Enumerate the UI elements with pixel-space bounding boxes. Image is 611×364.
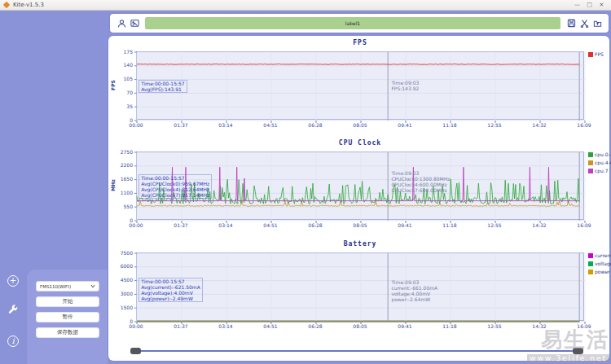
charts-panel: FPS FPS FPS Time:00:00-15:57 Avg(FPS):14…	[108, 36, 609, 361]
x-tick-label: 00:00	[129, 122, 143, 128]
x-tick-label: 14:32	[532, 122, 546, 128]
y-tick-label: 2750	[108, 149, 133, 155]
legend-swatch	[588, 253, 593, 258]
x-tick-label: 01:37	[174, 323, 187, 329]
x-tick-label: 08:05	[353, 323, 367, 329]
y-tick-label: 1500	[108, 305, 133, 310]
add-button[interactable]: +	[7, 275, 19, 287]
start-button[interactable]: 开始	[36, 296, 99, 307]
y-tick-label: 1100	[108, 190, 133, 195]
x-tick-label: 04:51	[263, 122, 277, 128]
x-tick-label: 11:18	[442, 323, 456, 329]
legend-label: cpu.0-3	[595, 151, 611, 157]
close-button[interactable]: ✕	[596, 1, 608, 10]
x-tick-label: 16:09	[577, 122, 591, 128]
window-title: Kite-v1.5.3	[13, 2, 44, 8]
legend-swatch	[588, 52, 593, 57]
chart-annotation: Time:00:00-15:57 Avg(FPS):143.91	[138, 80, 187, 93]
range-handle-left[interactable]	[130, 348, 141, 354]
time-range-track	[136, 350, 578, 352]
plot-area[interactable]: Time:00:00-15:57 Avg(current):-621.50mA …	[136, 252, 584, 321]
x-tick-label: 03:14	[218, 122, 232, 128]
user-button[interactable]	[116, 19, 126, 29]
chart-annotation: Time:00:00-15:57 Avg(current):-621.50mA …	[138, 278, 203, 302]
y-tick-label: 3000	[108, 291, 133, 296]
save-button[interactable]	[566, 19, 576, 29]
x-tick-label: 14:32	[532, 222, 546, 228]
legend-swatch	[588, 160, 593, 165]
legend-swatch	[588, 169, 593, 173]
maximize-button[interactable]: □	[583, 1, 596, 10]
legend-entry: cpu.4-6	[588, 160, 611, 165]
chart-legend: FPS	[588, 51, 604, 59]
x-tick-label: 12:55	[487, 323, 501, 329]
chart-annotation: Time:00:00-15:57 Avg(CPUClock0):959.67MH…	[138, 174, 212, 199]
x-tick-label: 03:14	[218, 222, 232, 228]
fps-chart: FPS FPS FPS Time:00:00-15:57 Avg(FPS):14…	[108, 37, 609, 135]
y-tick-label: 35	[108, 103, 133, 109]
legend-entry: power	[588, 269, 611, 274]
y-tick-label: 175	[108, 49, 133, 55]
legend-swatch	[588, 261, 593, 266]
battery-chart: Battery currentvoltagepower Time:00:00-1…	[108, 239, 609, 336]
chart-legend: cpu.0-3cpu.4-6cpu.7	[588, 151, 611, 176]
x-tick-label: 00:00	[129, 222, 143, 228]
x-tick-label: 09:41	[398, 122, 411, 128]
y-tick-label: 140	[108, 62, 133, 68]
export-button[interactable]	[592, 19, 602, 29]
legend-entry: FPS	[588, 51, 604, 57]
pause-button[interactable]: 暂停	[36, 312, 99, 322]
x-tick-label: 08:05	[353, 122, 367, 128]
legend-label: current	[595, 252, 611, 258]
screenshot-button[interactable]	[130, 19, 139, 29]
control-sidebar: FMS110(WIFI) 开始 暂停 保存数据	[27, 270, 108, 364]
y-axis-label: MHz	[110, 168, 116, 204]
legend-label: power	[595, 269, 610, 274]
x-tick-label: 01:37	[174, 222, 187, 228]
chart-annotation: Time:09:03 FPS:143.92	[391, 80, 419, 91]
save-data-button[interactable]: 保存数据	[36, 327, 99, 338]
y-tick-label: 4500	[108, 277, 133, 283]
chart-title: Battery	[136, 240, 584, 248]
chart-title: FPS	[136, 39, 584, 46]
x-tick-label: 04:51	[263, 323, 277, 329]
x-tick-label: 11:18	[442, 222, 456, 228]
plot-area[interactable]: Time:00:00-15:57 Avg(FPS):143.91Time:09:…	[136, 51, 584, 120]
x-tick-label: 12:55	[487, 222, 501, 228]
chart-annotation: Time:09:03 CPUClock0:1300.80MHz CPUClock…	[391, 170, 450, 193]
chart-legend: currentvoltagepower	[588, 252, 611, 277]
info-button[interactable]: i	[7, 335, 19, 347]
x-tick-label: 12:55	[487, 122, 501, 128]
y-tick-label: 7500	[108, 250, 133, 256]
app-logo-icon	[3, 2, 10, 8]
x-tick-label: 06:28	[308, 323, 322, 329]
x-tick-label: 03:14	[218, 323, 232, 329]
legend-entry: cpu.7	[588, 168, 611, 173]
legend-entry: current	[588, 252, 611, 258]
y-axis-label: FPS	[110, 68, 116, 103]
range-handle-right[interactable]	[573, 348, 583, 354]
legend-label: cpu.4-6	[595, 160, 611, 165]
y-tick-label: 6000	[108, 263, 133, 269]
y-tick-label: 70	[108, 90, 133, 95]
legend-label: voltage	[595, 261, 611, 266]
export-icon	[593, 19, 602, 28]
x-tick-label: 00:00	[129, 323, 143, 329]
x-tick-label: 11:18	[442, 122, 456, 128]
add-icon: +	[10, 277, 16, 285]
legend-entry: cpu.0-3	[588, 151, 611, 157]
legend-entry: voltage	[588, 261, 611, 266]
device-select[interactable]: FMS110(WIFI)	[36, 281, 99, 292]
x-tick-label: 16:09	[577, 222, 591, 228]
minimize-button[interactable]: —	[571, 1, 583, 10]
cpu-clock-chart: CPU Clock MHz cpu.0-3cpu.4-6cpu.7 Time:0…	[108, 138, 609, 235]
scissors-button[interactable]	[579, 19, 589, 29]
plot-area[interactable]: Time:00:00-15:57 Avg(CPUClock0):959.67MH…	[136, 151, 584, 220]
settings-button[interactable]	[7, 305, 19, 316]
wrench-icon	[7, 304, 19, 317]
label-field[interactable]: label1	[145, 17, 560, 29]
info-icon: i	[11, 337, 14, 345]
x-tick-label: 14:32	[532, 323, 546, 329]
legend-label: cpu.7	[595, 168, 609, 173]
y-tick-label: 550	[108, 204, 133, 209]
